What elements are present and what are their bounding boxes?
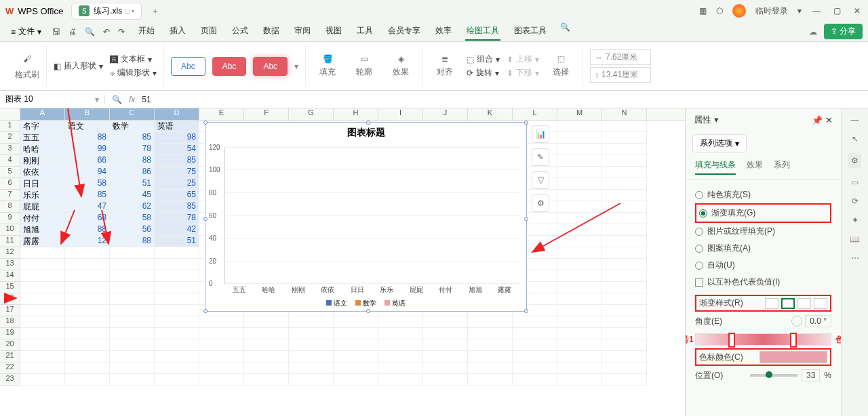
angle-dial-icon[interactable] [791, 316, 802, 327]
sparkle-icon[interactable]: ✦ [852, 215, 859, 225]
file-menu[interactable]: ≡ 文件 ▾ [5, 24, 47, 39]
settings-icon[interactable]: ⚙ [848, 153, 861, 168]
tab-insert[interactable]: 插入 [168, 22, 187, 41]
tab-member[interactable]: 会员专享 [387, 22, 422, 41]
group-button[interactable]: ⬚组合▾ [467, 54, 500, 65]
chart-object[interactable]: 图表标题 020406080100120 五五哈哈刚刚依依日日乐乐屁屁付付旭旭露… [205, 122, 527, 312]
cancel-icon[interactable]: 🔍 [112, 95, 122, 104]
radio-gradient-fill[interactable]: 渐变填充(G) [695, 203, 831, 223]
sheet-area[interactable]: A B C D E F G H I J K L M N 1 名字 语文 数学 英… [0, 108, 685, 416]
col-header[interactable]: K [468, 108, 513, 120]
chevron-down-icon[interactable]: ▾ [95, 95, 99, 104]
panel-tab-effect[interactable]: 效果 [747, 159, 763, 175]
grad-style-2[interactable] [781, 298, 795, 309]
format-painter-button[interactable]: 🖌 格式刷 [8, 46, 47, 87]
tab-tools[interactable]: 工具 [355, 22, 374, 41]
pin-icon[interactable]: 📌 [812, 115, 823, 125]
col-header[interactable]: M [557, 108, 602, 120]
text-box-button[interactable]: 🅰 文本框▾ [110, 54, 157, 65]
search-icon[interactable]: 🔍 [560, 22, 570, 41]
chevron-down-icon[interactable]: ▾ [797, 6, 802, 16]
avatar[interactable] [732, 4, 746, 18]
preview-icon[interactable]: 🔍 [85, 27, 95, 37]
move-down-button[interactable]: ⬇下移▾ [507, 67, 539, 79]
cursor-icon[interactable]: ↖ [852, 134, 859, 144]
color-dropdown[interactable] [760, 351, 827, 363]
col-header[interactable]: F [244, 108, 289, 120]
gradient-stop-2[interactable] [790, 333, 797, 348]
maximize-button[interactable]: ▢ [831, 6, 842, 16]
share-button[interactable]: ⇪ 分享 [824, 24, 863, 39]
select-button[interactable]: ⬚ 选择 [546, 46, 576, 87]
series-options-dropdown[interactable]: 系列选项▾ [692, 134, 747, 152]
chart-legend[interactable]: 语文数学英语 [205, 299, 526, 308]
formula-value[interactable]: 51 [142, 95, 151, 104]
close-button[interactable]: ✕ [852, 6, 863, 16]
position-value[interactable]: 33 [802, 369, 820, 381]
name-box[interactable]: ▾ [0, 95, 105, 104]
collapse-icon[interactable]: — [851, 115, 859, 125]
apps-icon[interactable]: ▦ [699, 6, 707, 16]
tab-view[interactable]: 视图 [324, 22, 343, 41]
panel-tab-series[interactable]: 系列 [774, 159, 790, 175]
tab-start[interactable]: 开始 [137, 22, 156, 41]
check-invert-negative[interactable]: 以互补色代表负值(I) [695, 274, 831, 291]
chart-plot-area[interactable]: 020406080100120 [224, 147, 519, 284]
col-header[interactable]: I [378, 108, 423, 120]
gradient-style-row[interactable]: 渐变样式(R) [695, 295, 831, 312]
position-slider[interactable] [750, 374, 797, 377]
col-header[interactable]: L [513, 108, 557, 120]
chart-title[interactable]: 图表标题 [205, 127, 526, 139]
name-box-input[interactable] [5, 95, 95, 104]
col-header[interactable]: J [423, 108, 468, 120]
col-header[interactable]: A [20, 108, 65, 120]
tab-controls-icon[interactable]: □ • [125, 7, 134, 15]
col-header[interactable]: D [155, 108, 199, 120]
rotate-button[interactable]: ⟳旋转▾ [467, 67, 500, 79]
style-preset-1[interactable]: Abc [171, 57, 205, 76]
tab-chart-tools[interactable]: 图表工具 [513, 22, 548, 41]
grad-style-3[interactable] [797, 298, 811, 309]
radio-picture-fill[interactable]: 图片或纹理填充(P) [695, 223, 831, 240]
login-label[interactable]: 临时登录 [755, 5, 788, 17]
style-preset-2[interactable]: Abc [212, 57, 247, 76]
fx-icon[interactable]: fx [129, 95, 135, 104]
cube-icon[interactable]: ⬡ [716, 6, 723, 16]
chevron-down-icon[interactable]: ▾ [294, 62, 298, 71]
document-tab[interactable]: S 练习.xls □ • [71, 3, 142, 20]
color-mark-row[interactable]: 色标颜色(C) [695, 348, 831, 366]
print-icon[interactable]: 🖨 [68, 27, 77, 37]
redo-icon[interactable]: ↷ [118, 27, 125, 37]
col-header[interactable]: B [65, 108, 110, 120]
width-input[interactable]: ↔7.62厘米 [590, 49, 651, 65]
edit-shape-button[interactable]: ⟐ 编辑形状▾ [110, 67, 157, 79]
tab-draw-tools[interactable]: 绘图工具 [465, 22, 500, 41]
gradient-stop-1[interactable] [728, 333, 735, 348]
tab-efficiency[interactable]: 效率 [434, 22, 453, 41]
select-all-corner[interactable] [0, 108, 20, 120]
close-icon[interactable]: ✕ [825, 115, 833, 125]
undo-icon[interactable]: ↶ [103, 27, 110, 37]
col-header[interactable]: G [289, 108, 334, 120]
chart-settings-button[interactable]: ⚙ [532, 194, 549, 212]
height-input[interactable]: ↕13.41厘米 [590, 67, 651, 83]
radio-auto-fill[interactable]: 自动(U) [695, 257, 831, 274]
chart-filter-button[interactable]: ▽ [532, 171, 549, 189]
col-header[interactable]: N [602, 108, 647, 120]
gradient-bar[interactable]: 色号1 色号2 [695, 333, 831, 346]
more-icon[interactable]: ⋯ [851, 253, 859, 263]
fill-button[interactable]: 🪣 填充 [313, 46, 342, 87]
tab-review[interactable]: 审阅 [293, 22, 312, 41]
radio-pattern-fill[interactable]: 图案填充(A) [695, 240, 831, 257]
cloud-icon[interactable]: ☁ [809, 27, 817, 37]
new-tab-button[interactable]: ＋ [147, 3, 163, 19]
template-icon[interactable]: ▭ [851, 178, 859, 187]
tab-page[interactable]: 页面 [199, 22, 218, 41]
refresh-icon[interactable]: ⟳ [852, 196, 859, 206]
book-icon[interactable]: 📖 [850, 234, 860, 244]
angle-value[interactable]: 0.0 ° [805, 315, 831, 327]
grad-style-4[interactable] [814, 298, 827, 309]
insert-shape-button[interactable]: ◧ 插入形状▾ [54, 60, 103, 72]
col-header[interactable]: H [334, 108, 378, 120]
col-header[interactable]: E [199, 108, 244, 120]
